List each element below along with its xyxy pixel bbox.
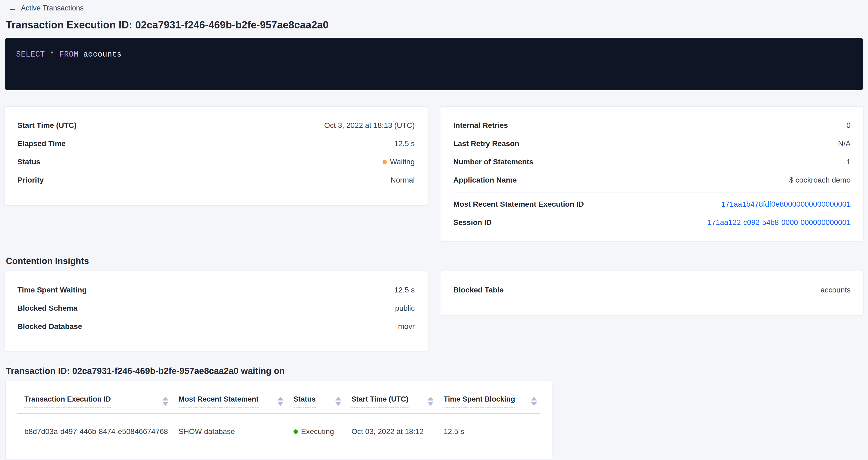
statement-execution-id-label: Most Recent Statement Execution ID <box>453 200 584 209</box>
column-header-start-time[interactable]: Start Time (UTC) <box>344 381 437 413</box>
sort-icon[interactable] <box>428 397 433 406</box>
blocked-database-row: Blocked Database movr <box>18 317 415 336</box>
back-arrow-icon: ← <box>8 4 17 12</box>
statement-execution-id-link[interactable]: 171aa1b478fdf0e80000000000000001 <box>721 200 850 209</box>
sql-keyword-from: FROM <box>59 50 79 59</box>
cell-status-text: Executing <box>301 427 334 436</box>
sql-statement-box: SELECT * FROM accounts <box>5 38 863 90</box>
last-retry-reason-row: Last Retry Reason N/A <box>453 134 850 153</box>
start-time-value: Oct 3, 2022 at 18:13 (UTC) <box>324 121 415 130</box>
statement-count-value: 1 <box>846 158 850 166</box>
time-spent-waiting-value: 12.5 s <box>394 286 415 294</box>
sort-icon[interactable] <box>531 397 537 406</box>
priority-row: Priority Normal <box>18 171 415 189</box>
cell-transaction-execution-id: b8d7d03a-d497-446b-8474-e50846674768 <box>18 413 172 450</box>
sort-icon[interactable] <box>162 397 168 406</box>
statement-execution-id-row: Most Recent Statement Execution ID 171aa… <box>453 195 850 213</box>
column-header-status[interactable]: Status <box>286 381 344 413</box>
last-retry-reason-value: N/A <box>838 140 850 148</box>
blocked-table-row: Blocked Table accounts <box>453 281 850 299</box>
overview-card-right: Internal Retries 0 Last Retry Reason N/A… <box>440 106 864 242</box>
column-header-transaction-execution-id[interactable]: Transaction Execution ID <box>18 381 172 413</box>
cell-status: Executing <box>286 413 344 450</box>
internal-retries-label: Internal Retries <box>453 121 508 130</box>
waiting-on-heading: Transaction ID: 02ca7931-f246-469b-b2fe-… <box>6 366 864 376</box>
table-row: b8d7d03a-d497-446b-8474-e50846674768 SHO… <box>18 413 540 450</box>
column-header-label: Transaction Execution ID <box>24 395 111 407</box>
column-header-time-spent-blocking[interactable]: Time Spent Blocking <box>437 381 540 413</box>
blocked-database-value: movr <box>398 322 415 331</box>
session-id-link[interactable]: 171aa122-c092-54b8-0000-000000000001 <box>707 218 850 227</box>
status-label: Status <box>18 158 40 166</box>
statement-count-label: Number of Statements <box>453 158 533 166</box>
cell-start-time: Oct 03, 2022 at 18:12 <box>344 413 437 450</box>
application-name-row: Application Name $ cockroach demo <box>453 171 850 189</box>
back-link-active-transactions[interactable]: ← Active Transactions <box>8 4 84 12</box>
column-header-label: Most Recent Statement <box>179 395 259 407</box>
sql-keyword-select: SELECT <box>16 50 45 59</box>
page-title: Transaction Execution ID: 02ca7931-f246-… <box>6 19 864 31</box>
session-id-label: Session ID <box>453 218 492 227</box>
application-name-value: $ cockroach demo <box>789 176 850 184</box>
blocked-table-value: accounts <box>820 286 850 294</box>
overview-card-left: Start Time (UTC) Oct 3, 2022 at 18:13 (U… <box>4 106 428 206</box>
time-spent-waiting-row: Time Spent Waiting 12.5 s <box>18 281 415 299</box>
sort-icon[interactable] <box>277 397 283 406</box>
blocked-database-label: Blocked Database <box>18 322 82 331</box>
start-time-row: Start Time (UTC) Oct 3, 2022 at 18:13 (U… <box>18 116 415 134</box>
last-retry-reason-label: Last Retry Reason <box>453 140 519 148</box>
transaction-details-page: ← Active Transactions Transaction Execut… <box>0 0 868 460</box>
sql-table-name: accounts <box>79 50 122 59</box>
waiting-on-table-card: Transaction Execution ID Most Recent Sta… <box>5 381 552 460</box>
contention-insights-heading: Contention Insights <box>6 256 864 266</box>
blocked-schema-value: public <box>395 304 415 313</box>
contention-card-right: Blocked Table accounts <box>440 271 864 315</box>
sort-icon[interactable] <box>335 397 341 406</box>
waiting-status-dot <box>382 160 387 164</box>
internal-retries-row: Internal Retries 0 <box>453 116 850 134</box>
cell-time-spent-blocking: 12.5 s <box>437 413 540 450</box>
column-header-label: Status <box>293 395 316 407</box>
column-header-most-recent-statement[interactable]: Most Recent Statement <box>172 381 286 413</box>
waiting-transactions-table: Transaction Execution ID Most Recent Sta… <box>18 381 540 450</box>
status-value: Waiting <box>382 158 415 166</box>
session-id-row: Session ID 171aa122-c092-54b8-0000-00000… <box>453 213 850 232</box>
sql-star: * <box>45 50 59 59</box>
start-time-label: Start Time (UTC) <box>18 121 76 130</box>
column-header-label: Start Time (UTC) <box>351 395 408 407</box>
elapsed-time-label: Elapsed Time <box>18 140 66 148</box>
blocked-schema-label: Blocked Schema <box>18 304 78 313</box>
column-header-label: Time Spent Blocking <box>444 395 515 407</box>
blocked-table-label: Blocked Table <box>453 286 504 294</box>
priority-value: Normal <box>391 176 415 184</box>
internal-retries-value: 0 <box>846 121 850 130</box>
status-row: Status Waiting <box>18 153 415 171</box>
card-divider <box>453 192 850 192</box>
statement-count-row: Number of Statements 1 <box>453 153 850 171</box>
elapsed-time-value: 12.5 s <box>394 140 415 148</box>
table-header-row: Transaction Execution ID Most Recent Sta… <box>18 381 540 413</box>
back-link-label: Active Transactions <box>21 4 84 12</box>
cell-most-recent-statement: SHOW database <box>172 413 286 450</box>
time-spent-waiting-label: Time Spent Waiting <box>18 286 87 294</box>
sql-statement: SELECT * FROM accounts <box>16 50 122 59</box>
executing-status-dot <box>293 429 298 434</box>
status-value-text: Waiting <box>390 158 415 166</box>
application-name-label: Application Name <box>453 176 517 184</box>
contention-card-left: Time Spent Waiting 12.5 s Blocked Schema… <box>4 271 428 351</box>
priority-label: Priority <box>18 176 44 184</box>
blocked-schema-row: Blocked Schema public <box>18 299 415 317</box>
elapsed-time-row: Elapsed Time 12.5 s <box>18 134 415 153</box>
